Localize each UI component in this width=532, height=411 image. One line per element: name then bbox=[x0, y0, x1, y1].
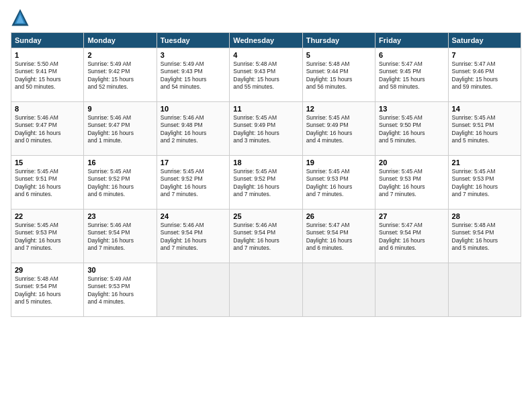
day-info: Sunrise: 5:45 AMSunset: 9:52 PMDaylight:… bbox=[233, 168, 298, 199]
day-info: Sunrise: 5:45 AMSunset: 9:49 PMDaylight:… bbox=[233, 114, 298, 145]
calendar-cell bbox=[230, 263, 302, 317]
calendar-cell: 23Sunrise: 5:46 AMSunset: 9:54 PMDayligh… bbox=[84, 210, 157, 263]
calendar-cell: 24Sunrise: 5:46 AMSunset: 9:54 PMDayligh… bbox=[157, 210, 229, 263]
calendar-cell: 18Sunrise: 5:45 AMSunset: 9:52 PMDayligh… bbox=[230, 156, 302, 210]
day-info: Sunrise: 5:48 AMSunset: 9:54 PMDaylight:… bbox=[15, 275, 80, 306]
day-number: 18 bbox=[233, 158, 298, 167]
day-number: 19 bbox=[306, 158, 371, 167]
day-number: 12 bbox=[306, 105, 371, 113]
day-info: Sunrise: 5:45 AMSunset: 9:50 PMDaylight:… bbox=[379, 114, 444, 145]
calendar-cell: 27Sunrise: 5:47 AMSunset: 9:54 PMDayligh… bbox=[375, 210, 448, 263]
day-of-week-header: Wednesday bbox=[230, 33, 302, 48]
day-number: 11 bbox=[233, 105, 298, 113]
day-number: 16 bbox=[87, 158, 152, 167]
day-info: Sunrise: 5:49 AMSunset: 9:43 PMDaylight:… bbox=[161, 60, 226, 91]
calendar-cell: 16Sunrise: 5:45 AMSunset: 9:52 PMDayligh… bbox=[84, 156, 157, 210]
calendar-table: SundayMondayTuesdayWednesdayThursdayFrid… bbox=[11, 32, 521, 317]
calendar-cell: 25Sunrise: 5:46 AMSunset: 9:54 PMDayligh… bbox=[230, 210, 302, 263]
day-info: Sunrise: 5:48 AMSunset: 9:54 PMDaylight:… bbox=[452, 222, 517, 253]
day-info: Sunrise: 5:50 AMSunset: 9:41 PMDaylight:… bbox=[15, 60, 80, 91]
day-number: 27 bbox=[379, 212, 444, 220]
day-of-week-header: Thursday bbox=[302, 33, 375, 48]
calendar-cell: 11Sunrise: 5:45 AMSunset: 9:49 PMDayligh… bbox=[230, 102, 302, 156]
calendar-cell: 29Sunrise: 5:48 AMSunset: 9:54 PMDayligh… bbox=[11, 263, 84, 317]
day-info: Sunrise: 5:49 AMSunset: 9:42 PMDaylight:… bbox=[87, 60, 152, 91]
day-number: 25 bbox=[233, 212, 298, 220]
calendar-cell: 7Sunrise: 5:47 AMSunset: 9:46 PMDaylight… bbox=[448, 48, 521, 102]
day-number: 14 bbox=[452, 105, 517, 113]
day-info: Sunrise: 5:45 AMSunset: 9:52 PMDaylight:… bbox=[161, 168, 226, 199]
day-number: 17 bbox=[161, 158, 226, 167]
calendar-cell: 13Sunrise: 5:45 AMSunset: 9:50 PMDayligh… bbox=[375, 102, 448, 156]
day-info: Sunrise: 5:45 AMSunset: 9:51 PMDaylight:… bbox=[15, 168, 80, 199]
day-number: 23 bbox=[87, 212, 152, 220]
day-info: Sunrise: 5:47 AMSunset: 9:54 PMDaylight:… bbox=[379, 222, 444, 253]
day-info: Sunrise: 5:45 AMSunset: 9:53 PMDaylight:… bbox=[452, 168, 517, 199]
calendar-cell: 26Sunrise: 5:47 AMSunset: 9:54 PMDayligh… bbox=[302, 210, 375, 263]
day-info: Sunrise: 5:46 AMSunset: 9:47 PMDaylight:… bbox=[15, 114, 80, 145]
calendar-cell: 20Sunrise: 5:45 AMSunset: 9:53 PMDayligh… bbox=[375, 156, 448, 210]
calendar-cell: 28Sunrise: 5:48 AMSunset: 9:54 PMDayligh… bbox=[448, 210, 521, 263]
day-number: 8 bbox=[15, 105, 80, 113]
day-info: Sunrise: 5:45 AMSunset: 9:53 PMDaylight:… bbox=[379, 168, 444, 199]
day-of-week-header: Friday bbox=[375, 33, 448, 48]
day-number: 30 bbox=[87, 266, 152, 274]
calendar-cell: 14Sunrise: 5:45 AMSunset: 9:51 PMDayligh… bbox=[448, 102, 521, 156]
day-of-week-header: Monday bbox=[84, 33, 157, 48]
day-number: 29 bbox=[15, 266, 80, 274]
day-number: 7 bbox=[452, 51, 517, 59]
logo bbox=[11, 8, 31, 27]
header bbox=[11, 8, 521, 27]
day-info: Sunrise: 5:45 AMSunset: 9:52 PMDaylight:… bbox=[87, 168, 152, 199]
day-number: 24 bbox=[161, 212, 226, 220]
calendar-cell bbox=[157, 263, 229, 317]
day-number: 2 bbox=[87, 51, 152, 59]
day-info: Sunrise: 5:49 AMSunset: 9:53 PMDaylight:… bbox=[87, 275, 152, 306]
day-number: 21 bbox=[452, 158, 517, 167]
day-number: 13 bbox=[379, 105, 444, 113]
day-info: Sunrise: 5:46 AMSunset: 9:54 PMDaylight:… bbox=[87, 222, 152, 253]
day-number: 20 bbox=[379, 158, 444, 167]
day-number: 1 bbox=[15, 51, 80, 59]
calendar-cell bbox=[448, 263, 521, 317]
logo-icon bbox=[11, 8, 30, 27]
calendar-cell: 6Sunrise: 5:47 AMSunset: 9:45 PMDaylight… bbox=[375, 48, 448, 102]
calendar-cell: 1Sunrise: 5:50 AMSunset: 9:41 PMDaylight… bbox=[11, 48, 84, 102]
page: SundayMondayTuesdayWednesdayThursdayFrid… bbox=[0, 0, 532, 411]
calendar-cell: 3Sunrise: 5:49 AMSunset: 9:43 PMDaylight… bbox=[157, 48, 229, 102]
calendar-cell: 5Sunrise: 5:48 AMSunset: 9:44 PMDaylight… bbox=[302, 48, 375, 102]
calendar-cell: 2Sunrise: 5:49 AMSunset: 9:42 PMDaylight… bbox=[84, 48, 157, 102]
day-number: 15 bbox=[15, 158, 80, 167]
day-number: 9 bbox=[87, 105, 152, 113]
calendar-cell: 4Sunrise: 5:48 AMSunset: 9:43 PMDaylight… bbox=[230, 48, 302, 102]
day-number: 3 bbox=[161, 51, 226, 59]
calendar-cell: 12Sunrise: 5:45 AMSunset: 9:49 PMDayligh… bbox=[302, 102, 375, 156]
day-info: Sunrise: 5:45 AMSunset: 9:53 PMDaylight:… bbox=[15, 222, 80, 253]
calendar-cell: 19Sunrise: 5:45 AMSunset: 9:53 PMDayligh… bbox=[302, 156, 375, 210]
day-of-week-header: Sunday bbox=[11, 33, 84, 48]
day-info: Sunrise: 5:46 AMSunset: 9:54 PMDaylight:… bbox=[161, 222, 226, 253]
day-number: 4 bbox=[233, 51, 298, 59]
day-number: 28 bbox=[452, 212, 517, 220]
calendar-cell: 15Sunrise: 5:45 AMSunset: 9:51 PMDayligh… bbox=[11, 156, 84, 210]
day-info: Sunrise: 5:47 AMSunset: 9:45 PMDaylight:… bbox=[379, 60, 444, 91]
calendar-cell: 21Sunrise: 5:45 AMSunset: 9:53 PMDayligh… bbox=[448, 156, 521, 210]
day-info: Sunrise: 5:45 AMSunset: 9:49 PMDaylight:… bbox=[306, 114, 371, 145]
calendar-cell: 8Sunrise: 5:46 AMSunset: 9:47 PMDaylight… bbox=[11, 102, 84, 156]
calendar-cell: 30Sunrise: 5:49 AMSunset: 9:53 PMDayligh… bbox=[84, 263, 157, 317]
day-number: 10 bbox=[161, 105, 226, 113]
day-info: Sunrise: 5:47 AMSunset: 9:54 PMDaylight:… bbox=[306, 222, 371, 253]
day-number: 22 bbox=[15, 212, 80, 220]
day-info: Sunrise: 5:46 AMSunset: 9:48 PMDaylight:… bbox=[161, 114, 226, 145]
calendar-cell: 10Sunrise: 5:46 AMSunset: 9:48 PMDayligh… bbox=[157, 102, 229, 156]
day-info: Sunrise: 5:48 AMSunset: 9:43 PMDaylight:… bbox=[233, 60, 298, 91]
day-info: Sunrise: 5:46 AMSunset: 9:54 PMDaylight:… bbox=[233, 222, 298, 253]
calendar-cell bbox=[302, 263, 375, 317]
day-number: 5 bbox=[306, 51, 371, 59]
calendar-cell: 17Sunrise: 5:45 AMSunset: 9:52 PMDayligh… bbox=[157, 156, 229, 210]
day-number: 6 bbox=[379, 51, 444, 59]
calendar-cell bbox=[375, 263, 448, 317]
day-info: Sunrise: 5:47 AMSunset: 9:46 PMDaylight:… bbox=[452, 60, 517, 91]
day-info: Sunrise: 5:45 AMSunset: 9:51 PMDaylight:… bbox=[452, 114, 517, 145]
day-info: Sunrise: 5:48 AMSunset: 9:44 PMDaylight:… bbox=[306, 60, 371, 91]
